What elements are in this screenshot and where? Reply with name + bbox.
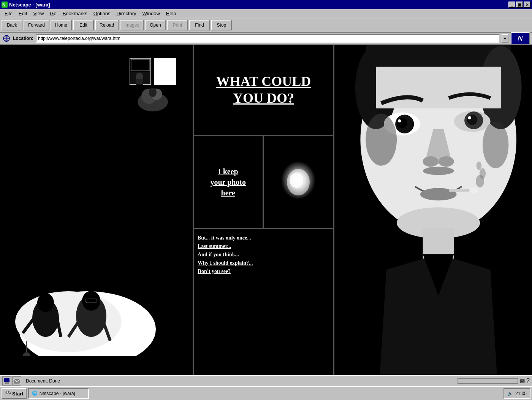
status-icon-2	[12, 376, 21, 386]
svg-rect-13	[156, 72, 174, 84]
print-button[interactable]: Print	[167, 20, 188, 30]
mail-area: ✉ ?	[520, 378, 530, 385]
back-button[interactable]: Back	[2, 20, 22, 30]
svg-rect-43	[376, 67, 500, 108]
svg-rect-10	[131, 59, 150, 71]
left-panel	[0, 45, 194, 375]
svg-point-47	[398, 119, 401, 122]
svg-point-61	[477, 162, 482, 170]
link-2[interactable]: Last summer...	[198, 243, 329, 249]
windows-flag: 🏁	[5, 390, 11, 397]
status-icon-1	[2, 376, 11, 386]
url-input[interactable]	[36, 34, 499, 43]
svg-point-50	[467, 115, 477, 125]
status-icons	[2, 376, 21, 386]
photo-right	[264, 136, 334, 228]
menu-go[interactable]: Go	[47, 10, 59, 17]
taskbar-app-netscape[interactable]: 🌐 Netscape - [wara]	[28, 388, 89, 399]
clock: 21:05	[515, 391, 527, 396]
svg-rect-28	[86, 299, 97, 303]
app-icon: N	[2, 2, 8, 8]
menu-help[interactable]: Help	[163, 10, 179, 17]
edit-button[interactable]: Edit	[73, 20, 94, 30]
location-bar: Location: ▼ N	[0, 33, 532, 45]
taskbar: 🏁 Start 🌐 Netscape - [wara] 🔊 21:05	[0, 386, 532, 400]
svg-point-60	[480, 168, 486, 179]
svg-point-63	[483, 121, 508, 168]
svg-point-19	[149, 88, 157, 97]
link-4[interactable]: Why I should explain?...	[198, 260, 329, 266]
start-label: Start	[12, 391, 24, 397]
face-svg	[334, 45, 532, 375]
find-button[interactable]: Find	[189, 20, 210, 30]
volume-icon: 🔊	[507, 391, 513, 396]
svg-rect-33	[0, 356, 194, 375]
middle-links: But... it was only once... Last summer..…	[194, 229, 333, 375]
open-button[interactable]: Open	[145, 20, 166, 30]
svg-rect-15	[136, 79, 143, 85]
minimize-button[interactable]: _	[508, 2, 515, 8]
close-button[interactable]: ✕	[524, 2, 530, 8]
photo-link-text[interactable]: I keepyour photohere	[210, 166, 246, 198]
figures-image	[0, 246, 193, 375]
svg-rect-66	[4, 378, 10, 382]
menu-options[interactable]: Options	[90, 10, 114, 17]
question-icon: ?	[526, 378, 530, 384]
toolbar: Back Forward Home Edit Reload Images Ope…	[0, 18, 532, 33]
menu-window[interactable]: Window	[139, 10, 163, 17]
middle-top: WHAT COULDYOU DO?	[194, 45, 333, 136]
svg-point-64	[423, 167, 454, 175]
menu-bookmarks[interactable]: Bookmarks	[60, 10, 90, 17]
svg-rect-58	[470, 188, 478, 193]
progress-area	[458, 378, 518, 384]
svg-point-36	[290, 173, 303, 188]
heading-text: WHAT COULDYOU DO?	[216, 73, 311, 106]
main-content: WHAT COULDYOU DO? I keepyour photohere	[0, 45, 532, 375]
status-bar: Document: Done ✉ ?	[0, 375, 532, 386]
reload-button[interactable]: Reload	[95, 20, 119, 30]
url-dropdown[interactable]: ▼	[502, 34, 508, 43]
svg-point-46	[397, 118, 407, 128]
svg-point-53	[439, 156, 454, 167]
window-title: Netscape - [wara]	[9, 2, 50, 8]
forward-button[interactable]: Forward	[24, 20, 49, 30]
mail-icon: ✉	[520, 378, 525, 385]
netscape-logo: N	[511, 32, 530, 44]
svg-rect-12	[156, 59, 174, 71]
taskbar-app-label: Netscape - [wara]	[40, 391, 75, 396]
blob-svg	[276, 159, 321, 205]
window-image	[128, 56, 177, 113]
menu-file[interactable]: File	[2, 10, 16, 17]
location-label: Location:	[13, 36, 33, 41]
menu-view[interactable]: View	[30, 10, 47, 17]
title-bar-controls: _ ▣ ✕	[508, 2, 530, 8]
middle-panel: WHAT COULDYOU DO? I keepyour photohere	[194, 45, 334, 375]
svg-point-51	[468, 116, 471, 119]
link-3[interactable]: And if you think...	[198, 252, 329, 258]
start-button[interactable]: 🏁 Start	[2, 388, 27, 399]
link-5[interactable]: Don't you see?	[198, 268, 329, 275]
menu-directory[interactable]: Directory	[114, 10, 139, 17]
svg-text:N: N	[2, 2, 6, 8]
svg-rect-67	[5, 382, 9, 383]
link-1[interactable]: But... it was only once...	[198, 235, 329, 241]
menu-bar: File Edit View Go Bookmarks Options Dire…	[0, 9, 532, 18]
photo-left[interactable]: I keepyour photohere	[194, 136, 264, 228]
svg-rect-68	[5, 383, 9, 384]
stop-button[interactable]: Stop	[211, 20, 232, 30]
right-panel	[334, 45, 532, 375]
title-bar-left: N Netscape - [wara]	[2, 2, 50, 8]
location-icon	[2, 34, 11, 43]
svg-point-62	[366, 114, 397, 166]
svg-rect-57	[449, 189, 470, 192]
title-bar: N Netscape - [wara] _ ▣ ✕	[0, 0, 532, 9]
progress-bar	[458, 378, 518, 384]
taskbar-netscape-icon: 🌐	[32, 390, 38, 397]
status-text: Document: Done	[26, 378, 456, 384]
menu-edit[interactable]: Edit	[16, 10, 30, 17]
maximize-button[interactable]: ▣	[516, 2, 523, 8]
svg-point-23	[37, 293, 54, 312]
images-button[interactable]: Images	[120, 20, 144, 30]
home-button[interactable]: Home	[51, 20, 72, 30]
system-tray: 🔊 21:05	[504, 388, 530, 399]
